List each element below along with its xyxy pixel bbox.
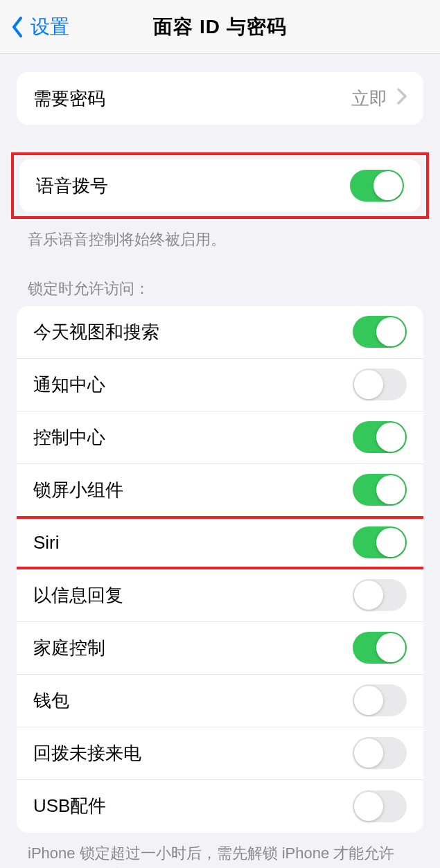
voice-dial-footer: 音乐语音控制将始终被启用。 <box>0 219 440 251</box>
notification-center-toggle[interactable] <box>353 369 407 400</box>
list-item: 回拨未接来电 <box>17 727 423 780</box>
list-item-label: 锁屏小组件 <box>33 478 123 502</box>
require-passcode-value: 立即 <box>351 87 387 111</box>
voice-dial-label: 语音拨号 <box>36 174 108 198</box>
home-control-toggle[interactable] <box>353 632 407 664</box>
siri-toggle[interactable] <box>353 526 407 558</box>
list-item-label: USB配件 <box>33 794 106 818</box>
list-item-label: 钱包 <box>33 689 69 713</box>
lock-access-footer: iPhone 锁定超过一小时后，需先解锁 iPhone 才能允许USB 配件连接… <box>0 833 440 868</box>
require-passcode-value-wrap: 立即 <box>351 87 407 111</box>
require-passcode-label: 需要密码 <box>33 87 105 111</box>
list-item: 锁屏小组件 <box>17 464 423 517</box>
wallet-toggle[interactable] <box>353 684 407 716</box>
usb-accessories-toggle[interactable] <box>353 790 407 822</box>
lock-widgets-toggle[interactable] <box>353 474 407 506</box>
chevron-left-icon <box>11 17 24 37</box>
list-item: 钱包 <box>17 675 423 727</box>
voice-dial-toggle[interactable] <box>350 170 404 202</box>
list-item: Siri <box>17 517 423 569</box>
chevron-right-icon <box>387 88 407 109</box>
require-passcode-group: 需要密码 立即 <box>17 72 423 125</box>
control-center-toggle[interactable] <box>353 421 407 453</box>
list-item-label: Siri <box>33 532 60 553</box>
list-item: USB配件 <box>17 780 423 833</box>
voice-dial-row: 语音拨号 <box>19 159 421 212</box>
back-button[interactable]: 设置 <box>10 14 69 40</box>
page-title: 面容 ID 与密码 <box>153 14 287 40</box>
list-item: 控制中心 <box>17 411 423 464</box>
list-item-label: 控制中心 <box>33 425 105 450</box>
lock-access-header: 锁定时允许访问： <box>0 278 440 306</box>
voice-dial-highlight: 语音拨号 <box>11 152 429 219</box>
reply-with-message-toggle[interactable] <box>353 579 407 611</box>
lock-access-group: 今天视图和搜索通知中心控制中心锁屏小组件Siri以信息回复家庭控制钱包回拨未接来… <box>17 306 423 833</box>
list-item: 家庭控制 <box>17 622 423 675</box>
list-item-label: 以信息回复 <box>33 583 123 608</box>
list-item: 今天视图和搜索 <box>17 306 423 359</box>
return-missed-calls-toggle[interactable] <box>353 737 407 769</box>
list-item-label: 通知中心 <box>33 373 105 397</box>
voice-dial-group: 语音拨号 <box>19 159 421 212</box>
list-item: 以信息回复 <box>17 569 423 622</box>
back-label: 设置 <box>30 14 69 40</box>
navbar: 设置 面容 ID 与密码 <box>0 0 440 54</box>
list-item-label: 家庭控制 <box>33 636 105 660</box>
require-passcode-row[interactable]: 需要密码 立即 <box>17 72 423 125</box>
list-item: 通知中心 <box>17 359 423 411</box>
today-view-toggle[interactable] <box>353 316 407 348</box>
list-item-label: 回拨未接来电 <box>33 741 141 765</box>
list-item-label: 今天视图和搜索 <box>33 320 159 344</box>
